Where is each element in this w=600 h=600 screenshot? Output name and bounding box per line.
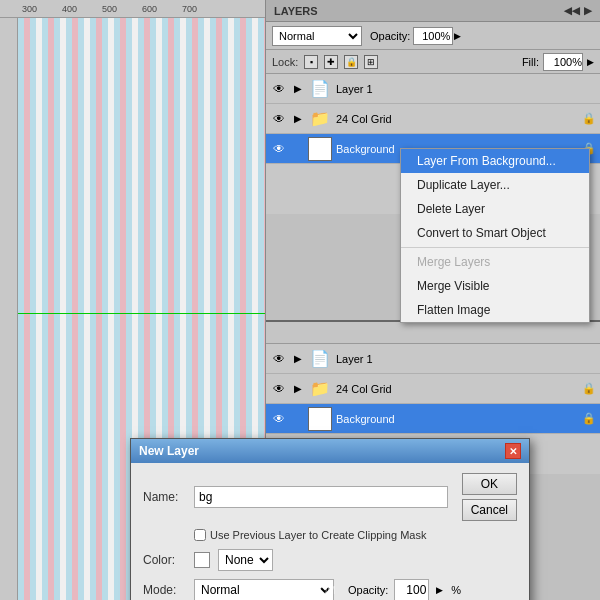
layer-name: 24 Col Grid [336,113,578,125]
layer-lock-icon: 🔒 [582,112,596,126]
opacity-control: Opacity: ▶ [370,27,461,45]
layer-lock-icon: 🔒 [582,382,596,396]
eye-icon[interactable]: 👁 [270,350,288,368]
layer-item[interactable]: 👁 ▶ 📄 Layer 1 [266,74,600,104]
menu-item-duplicate-layer[interactable]: Duplicate Layer... [401,173,589,197]
fill-arrow[interactable]: ▶ [587,57,594,67]
name-label: Name: [143,490,188,504]
dialog-titlebar: New Layer ✕ [131,439,529,463]
panel-header: LAYERS ◀◀ ▶ [266,0,600,22]
context-menu: Layer From Background... Duplicate Layer… [400,148,590,323]
cancel-button[interactable]: Cancel [462,499,517,521]
panel-expand-left[interactable]: ◀◀ [564,5,580,16]
expand-arrow[interactable]: ▶ [292,353,304,365]
layer-folder-thumb: 📄 [308,77,332,101]
lock-all-icon[interactable]: 🔒 [344,55,358,69]
blend-mode-select[interactable]: Normal Multiply Screen [272,26,362,46]
mode-row: Mode: Normal Multiply Opacity: ▶ % [143,579,517,600]
blend-opacity-controls: Normal Multiply Screen Opacity: ▶ [266,22,600,50]
checkbox-label: Use Previous Layer to Create Clipping Ma… [210,529,426,541]
expand-arrow[interactable]: ▶ [292,383,304,395]
opacity-unit: % [451,584,461,596]
color-row: Color: None Red Blue [143,549,517,571]
fill-label: Fill: [522,56,539,68]
layer-lock-icon: 🔒 [582,412,596,426]
eye-icon[interactable]: 👁 [270,410,288,428]
dialog-close-button[interactable]: ✕ [505,443,521,459]
menu-item-flatten-image[interactable]: Flatten Image [401,298,589,322]
mode-label: Mode: [143,583,188,597]
mode-select[interactable]: Normal Multiply [194,579,334,600]
color-label: Color: [143,553,188,567]
lock-move-icon[interactable]: ✚ [324,55,338,69]
horizontal-guide [18,313,265,314]
color-select[interactable]: None Red Blue [218,549,273,571]
layer-item-background-bottom[interactable]: 👁 Background 🔒 [266,404,600,434]
menu-item-delete-layer[interactable]: Delete Layer [401,197,589,221]
layer-item[interactable]: 👁 ▶ 📁 24 Col Grid 🔒 [266,104,600,134]
lock-fill-controls: Lock: ▪ ✚ 🔒 ⊞ Fill: ▶ [266,50,600,74]
layer-folder-thumb: 📄 [308,347,332,371]
clipping-mask-checkbox[interactable] [194,529,206,541]
opacity-input[interactable] [413,27,453,45]
ruler-left [0,18,18,600]
checkbox-row: Use Previous Layer to Create Clipping Ma… [143,529,517,541]
eye-icon[interactable]: 👁 [270,380,288,398]
lock-pixels-icon[interactable]: ▪ [304,55,318,69]
opacity-arrow[interactable]: ▶ [454,31,461,41]
layer-thumb [308,407,332,431]
menu-item-merge-visible[interactable]: Merge Visible [401,274,589,298]
name-row: Name: OK Cancel [143,473,517,521]
fill-control: Fill: ▶ [522,53,594,71]
expand-arrow[interactable]: ▶ [292,113,304,125]
color-swatch [194,552,210,568]
menu-item-convert-smart-object[interactable]: Convert to Smart Object [401,221,589,245]
menu-divider [401,247,589,248]
layer-folder-thumb: 📁 [308,107,332,131]
layer-name: Background [336,413,578,425]
panel-expand-right[interactable]: ▶ [584,5,592,16]
name-input[interactable] [194,486,448,508]
layer-thumb [308,137,332,161]
lock-artboards-icon[interactable]: ⊞ [364,55,378,69]
dialog-body: Name: OK Cancel Use Previous Layer to Cr… [131,463,529,600]
menu-item-layer-from-background[interactable]: Layer From Background... [401,149,589,173]
opacity-arrow-dialog[interactable]: ▶ [436,585,443,595]
expand-arrow [292,143,304,155]
opacity-label-dialog: Opacity: [348,584,388,596]
eye-icon[interactable]: 👁 [270,140,288,158]
dialog-title: New Layer [139,444,199,458]
ruler-top: 300 400 500 600 700 [0,0,265,18]
layer-item[interactable]: 👁 ▶ 📄 Layer 1 [266,344,600,374]
layer-name: Layer 1 [336,353,596,365]
layer-item[interactable]: 👁 ▶ 📁 24 Col Grid 🔒 [266,374,600,404]
eye-icon[interactable]: 👁 [270,110,288,128]
menu-item-merge-layers: Merge Layers [401,250,589,274]
layer-name: 24 Col Grid [336,383,578,395]
ok-button[interactable]: OK [462,473,517,495]
new-layer-dialog: New Layer ✕ Name: OK Cancel Use Previous… [130,438,530,600]
layers-panel-bottom-section: 👁 ▶ 📄 Layer 1 👁 ▶ 📁 24 Col Grid 🔒 👁 Back… [266,320,600,450]
expand-arrow[interactable]: ▶ [292,83,304,95]
bottom-panel-header [266,322,600,344]
layer-name: Layer 1 [336,83,596,95]
layer-folder-thumb: 📁 [308,377,332,401]
expand-arrow [292,413,304,425]
opacity-dialog-input[interactable] [394,579,429,600]
opacity-label: Opacity: [370,30,410,42]
dialog-buttons: OK Cancel [462,473,517,521]
fill-input[interactable] [543,53,583,71]
eye-icon[interactable]: 👁 [270,80,288,98]
panel-title: LAYERS [274,5,318,17]
lock-label: Lock: [272,56,298,68]
